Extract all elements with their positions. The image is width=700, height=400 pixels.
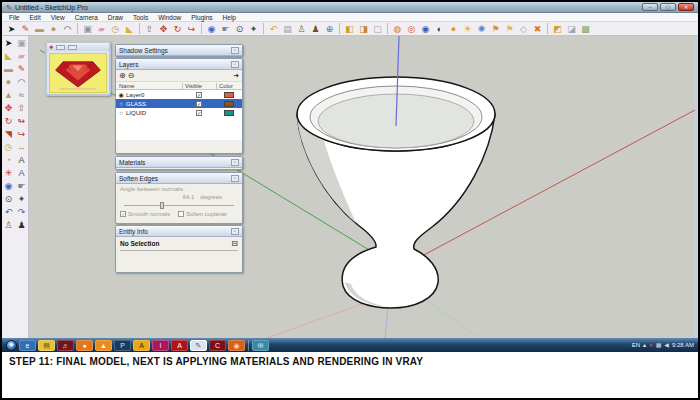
menu-file[interactable]: File — [4, 13, 24, 22]
language-indicator[interactable]: EN — [632, 342, 640, 348]
close-button[interactable]: ✕ — [678, 3, 694, 11]
palette-offset-icon[interactable]: ↪ — [15, 128, 28, 141]
layer-color-swatch[interactable] — [224, 110, 234, 116]
soften-edges-collapse-button[interactable]: ▫ — [231, 175, 239, 182]
soften-slider-thumb[interactable] — [160, 202, 164, 209]
taskbar-internet-explorer[interactable]: e — [19, 340, 36, 351]
layers-col-visible[interactable]: Visible — [182, 83, 216, 89]
vray-options-icon[interactable]: ◎ — [405, 23, 418, 35]
push-pull-tool-icon[interactable]: ⇧ — [143, 23, 156, 35]
palette-tape-measure-icon[interactable]: ◷ — [2, 141, 15, 154]
palette-select-icon[interactable]: ➤ — [2, 37, 15, 50]
shadow-settings-titlebar[interactable]: Shadow Settings ▫ — [116, 45, 242, 56]
palette-3d-text-icon[interactable]: A — [15, 167, 28, 180]
style-monochrome-icon[interactable]: ▩ — [579, 23, 592, 35]
layer-visible-checkbox[interactable]: ✓ — [196, 110, 202, 116]
layer-visible-checkbox[interactable]: ✓ — [196, 92, 202, 98]
rotate-tool-icon[interactable]: ↻ — [171, 23, 184, 35]
palette-previous-icon[interactable]: ↶ — [2, 206, 15, 219]
palette-position-camera-icon[interactable]: ♙ — [2, 219, 15, 232]
taskbar-mail[interactable]: ✉ — [252, 340, 269, 351]
layers-col-name[interactable]: Name — [116, 83, 182, 89]
vray-spot-light-icon[interactable]: ⚑ — [503, 23, 516, 35]
remove-layer-button[interactable]: ⊖ — [128, 71, 135, 80]
vray-sphere-light-icon[interactable]: ◇ — [517, 23, 530, 35]
tray-up-arrow[interactable]: ▴ — [643, 340, 646, 350]
maximize-button[interactable]: ▢ — [660, 3, 676, 11]
palette-freehand-icon[interactable]: ≈ — [15, 89, 28, 102]
materials-collapse-button[interactable]: ▫ — [231, 159, 239, 166]
ruby-toolbar-button-2[interactable] — [68, 45, 77, 50]
tray-alert[interactable]: ● — [649, 340, 653, 350]
palette-follow-me-icon[interactable]: ↬ — [15, 115, 28, 128]
ruby-toolbar-titlebar[interactable]: ❖ — [47, 43, 109, 51]
vray-rect-light-icon[interactable]: ⚑ — [489, 23, 502, 35]
clock[interactable]: 9:28 AM — [672, 342, 694, 348]
layer-row-glass[interactable]: ○GLASS✓ — [116, 99, 242, 108]
layer-visible-checkbox[interactable]: ✓ — [196, 101, 202, 107]
palette-text-icon[interactable]: A — [15, 154, 28, 167]
palette-polygon-icon[interactable]: ▲ — [2, 89, 15, 102]
palette-push-pull-icon[interactable]: ⇧ — [15, 102, 28, 115]
taskbar-acrobat[interactable]: A — [171, 340, 188, 351]
vray-material-editor-icon[interactable]: ◉ — [419, 23, 432, 35]
zoom-extents-tool-icon[interactable]: ✦ — [247, 23, 260, 35]
smooth-normals-checkbox[interactable]: ✓ — [120, 211, 126, 217]
palette-zoom-extents-icon[interactable]: ✦ — [15, 193, 28, 206]
paint-bucket-tool-icon[interactable]: ◣ — [123, 23, 136, 35]
share-model-icon[interactable]: ◨ — [357, 23, 370, 35]
entity-details-icon[interactable]: ⊟ — [231, 239, 238, 248]
taskbar-folder[interactable]: ▤ — [38, 340, 55, 351]
google-earth-icon[interactable]: ⊕ — [323, 23, 336, 35]
get-models-icon[interactable]: ◧ — [343, 23, 356, 35]
ruby-console-button[interactable] — [49, 53, 107, 93]
palette-rotate-icon[interactable]: ↻ — [2, 115, 15, 128]
line-tool-icon[interactable]: ✎ — [19, 23, 32, 35]
tray-network[interactable]: ▦ — [656, 340, 662, 350]
taskbar-vlc[interactable]: ▲ — [95, 340, 112, 351]
taskbar-photoshop[interactable]: P — [114, 340, 131, 351]
menu-help[interactable]: Help — [218, 13, 241, 22]
palette-arc-icon[interactable]: ◠ — [15, 76, 28, 89]
palette-next-icon[interactable]: ↷ — [15, 206, 28, 219]
viewport-canvas[interactable]: ❖ — [29, 36, 698, 338]
entity-info-collapse-button[interactable]: ▫ — [231, 228, 239, 235]
layers-titlebar[interactable]: Layers ▫ — [116, 59, 242, 70]
select-tool-icon[interactable]: ➤ — [5, 23, 18, 35]
style-shaded-icon[interactable]: ◪ — [565, 23, 578, 35]
palette-make-component-icon[interactable]: ▣ — [15, 37, 28, 50]
layers-col-color[interactable]: Color — [216, 83, 242, 89]
palette-dimension-icon[interactable]: ↔ — [15, 141, 28, 154]
tape-measure-tool-icon[interactable]: ◷ — [109, 23, 122, 35]
taskbar-audition[interactable]: A — [133, 340, 150, 351]
palette-protractor-icon[interactable]: ◔ — [2, 154, 15, 167]
shadow-settings-collapse-button[interactable]: ▫ — [231, 47, 239, 54]
vray-proxy-icon[interactable]: ✖ — [531, 23, 544, 35]
soften-coplanar-option[interactable]: Soften coplanar — [178, 211, 227, 217]
palette-pan-icon[interactable]: ☛ — [15, 180, 28, 193]
menu-plugins[interactable]: Plugins — [186, 13, 217, 22]
entity-info-titlebar[interactable]: Entity Info ▫ — [116, 226, 242, 237]
orbit-tool-icon[interactable]: ◉ — [205, 23, 218, 35]
taskbar-firefox[interactable]: ◉ — [228, 340, 245, 351]
vray-sun-icon[interactable]: ☀ — [461, 23, 474, 35]
palette-zoom-icon[interactable]: ⊙ — [2, 193, 15, 206]
vray-frame-buffer-icon[interactable]: ◐ — [433, 23, 446, 35]
vray-render-icon[interactable]: ◍ — [391, 23, 404, 35]
scenes-icon[interactable]: ▤ — [281, 23, 294, 35]
vray-sphere-icon[interactable]: ● — [447, 23, 460, 35]
position-camera-icon[interactable]: ♙ — [295, 23, 308, 35]
ruby-toolbar-window[interactable]: ❖ — [45, 41, 111, 96]
menu-draw[interactable]: Draw — [103, 13, 128, 22]
palette-line-icon[interactable]: ✎ — [15, 63, 28, 76]
move-tool-icon[interactable]: ✥ — [157, 23, 170, 35]
menu-view[interactable]: View — [46, 13, 70, 22]
circle-tool-icon[interactable]: ● — [47, 23, 60, 35]
rectangle-tool-icon[interactable]: ▬ — [33, 23, 46, 35]
smooth-normals-option[interactable]: ✓ Smooth normals — [120, 211, 170, 217]
layer-current-radio[interactable]: ◉ — [116, 91, 126, 98]
menu-window[interactable]: Window — [153, 13, 186, 22]
menu-tools[interactable]: Tools — [128, 13, 153, 22]
taskbar-sketchup[interactable]: ✎ — [190, 340, 207, 351]
taskbar-media-player[interactable]: ● — [76, 340, 93, 351]
